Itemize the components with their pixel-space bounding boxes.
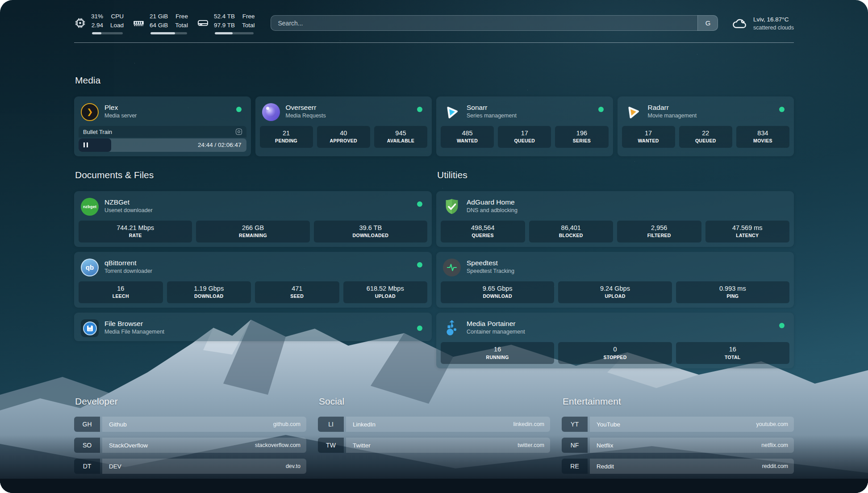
overseerr-status-dot (417, 107, 422, 112)
search-provider-button[interactable]: G (697, 15, 718, 31)
bookmark-github[interactable]: GH Githubgithub.com (74, 417, 306, 432)
bookmarks-entertainment: Entertainment YT YouTubeyoutube.com NF N… (562, 396, 794, 480)
bookmark-stackoverflow[interactable]: SO StackOverflowstackoverflow.com (74, 438, 306, 453)
speedtest-stat-download: 9.65 GbpsDOWNLOAD (441, 281, 554, 303)
linkedin-name: LinkedIn (353, 421, 376, 428)
overseerr-link[interactable]: Overseerr Media Requests (260, 101, 428, 126)
bookmark-twitter[interactable]: TW Twittertwitter.com (318, 438, 550, 453)
portainer-desc: Container management (467, 329, 525, 335)
weather-location-temp: Lviv, 16.87°C (753, 15, 794, 24)
radarr-desc: Movie management (648, 113, 697, 119)
plex-link[interactable]: ❯ Plex Media server (79, 101, 246, 126)
dashboard-frame: 31% 2.94 CPU Load (0, 0, 868, 493)
adguard-stat-blocked: 86,401BLOCKED (529, 221, 613, 242)
netflix-abbr: NF (562, 438, 588, 453)
github-abbr: GH (74, 417, 100, 432)
bookmark-youtube[interactable]: YT YouTubeyoutube.com (562, 417, 794, 432)
documents-section-title: Documents & Files (75, 170, 432, 180)
filebrowser-name: File Browser (104, 320, 164, 328)
weather-widget: Lviv, 16.87°C scattered clouds (731, 15, 794, 32)
stackoverflow-name: StackOverflow (109, 442, 148, 449)
radarr-stat-movies: 834MOVIES (736, 126, 789, 148)
memory-total-label: Total (175, 21, 188, 30)
adguard-card: AdGuard Home DNS and adblocking 498,564Q… (436, 191, 794, 247)
reddit-name: Reddit (597, 463, 614, 470)
sonarr-stat-series: 196SERIES (555, 126, 608, 148)
filebrowser-link[interactable]: File Browser Media File Management (79, 317, 427, 339)
qbittorrent-stat-seed: 471SEED (255, 281, 339, 303)
section-documents: Documents & Files nzbget NZBGet Usenet d… (74, 170, 432, 369)
bookmark-dev[interactable]: DT DEVdev.to (74, 459, 306, 474)
filebrowser-icon (81, 319, 99, 337)
reddit-domain: reddit.com (762, 463, 788, 469)
plex-view-icon[interactable] (236, 129, 242, 135)
qbittorrent-name: qBittorrent (104, 259, 152, 267)
disk-widget: 52.4 TB 97.9 TB Free Total (197, 12, 255, 34)
twitter-name: Twitter (353, 442, 371, 449)
plex-status-dot (236, 107, 242, 112)
adguard-stat-latency: 47.569 msLATENCY (705, 221, 790, 242)
nzbget-link[interactable]: nzbget NZBGet Usenet downloader (79, 196, 427, 221)
overseerr-stat-approved: 40APPROVED (317, 126, 370, 148)
github-domain: github.com (273, 421, 300, 427)
radarr-status-dot (779, 107, 785, 112)
plex-playback-bar: 24:44 / 02:06:47 (79, 138, 246, 152)
dev-name: DEV (109, 463, 121, 470)
sonarr-stat-queued: 17QUEUED (498, 126, 551, 148)
weather-condition: scattered clouds (753, 24, 794, 31)
overseerr-stat-available: 945AVAILABLE (374, 126, 427, 148)
overseerr-desc: Media Requests (286, 113, 326, 119)
adguard-desc: DNS and adblocking (467, 207, 517, 213)
plex-now-playing-row: Bullet Train (79, 126, 246, 138)
media-section-title: Media (75, 75, 794, 86)
portainer-link[interactable]: Media Portainer Container management (441, 317, 789, 342)
radarr-link[interactable]: Radarr Movie management (622, 101, 790, 126)
sonarr-link[interactable]: Sonarr Series management (441, 101, 609, 126)
youtube-abbr: YT (562, 417, 588, 432)
portainer-status-dot (779, 323, 785, 328)
disk-icon (197, 17, 209, 29)
portainer-stat-stopped: 0STOPPED (558, 342, 672, 364)
adguard-link[interactable]: AdGuard Home DNS and adblocking (441, 196, 789, 221)
speedtest-stat-upload: 9.24 GbpsUPLOAD (558, 281, 672, 303)
filebrowser-desc: Media File Management (104, 329, 164, 335)
qbittorrent-status-dot (417, 262, 422, 267)
sonarr-desc: Series management (467, 113, 517, 119)
speedtest-card: Speedtest Speedtest Tracking 9.65 GbpsDO… (436, 252, 794, 308)
speedtest-link[interactable]: Speedtest Speedtest Tracking (441, 256, 789, 281)
cpu-load-label: Load (110, 21, 124, 30)
qbittorrent-link[interactable]: qb qBittorrent Torrent downloader (79, 256, 427, 281)
entertainment-section-title: Entertainment (563, 396, 794, 407)
twitter-domain: twitter.com (517, 442, 544, 448)
bookmark-linkedin[interactable]: LI LinkedInlinkedin.com (318, 417, 550, 432)
speedtest-name: Speedtest (467, 259, 514, 267)
memory-widget: 21 GiB 64 GiB Free Total (133, 12, 188, 34)
bookmarks-developer: Developer GH Githubgithub.com SO StackOv… (74, 396, 306, 480)
memory-progress-bar (150, 32, 187, 34)
filebrowser-status-dot (417, 326, 422, 331)
qbittorrent-stat-leech: 16LEECH (79, 281, 163, 303)
radarr-icon (624, 103, 642, 121)
disk-free-value: 52.4 TB (214, 12, 235, 21)
pause-icon[interactable] (83, 142, 88, 147)
nzbget-stat-remaining: 266 GBREMAINING (196, 221, 309, 242)
bookmark-reddit[interactable]: RE Redditreddit.com (562, 459, 794, 474)
portainer-stat-total: 16TOTAL (676, 342, 789, 364)
bookmark-netflix[interactable]: NF Netflixnetflix.com (562, 438, 794, 453)
plex-now-playing-title: Bullet Train (83, 129, 112, 135)
qbittorrent-icon: qb (81, 259, 99, 276)
nzbget-card: nzbget NZBGet Usenet downloader 744.21 M… (74, 191, 432, 247)
radarr-stat-wanted: 17WANTED (622, 126, 675, 148)
cpu-usage-value: 31% (91, 12, 103, 21)
overseerr-name: Overseerr (286, 104, 326, 112)
cpu-progress-bar (92, 32, 123, 34)
stackoverflow-abbr: SO (74, 438, 100, 453)
cpu-icon (74, 17, 86, 29)
sonarr-icon (443, 103, 461, 121)
plex-name: Plex (104, 104, 137, 112)
radarr-name: Radarr (648, 104, 697, 112)
radarr-card: Radarr Movie management 17WANTED 22QUEUE… (618, 96, 794, 156)
utilities-section-title: Utilities (437, 170, 794, 180)
search-input[interactable] (271, 15, 718, 31)
qbittorrent-card: qb qBittorrent Torrent downloader 16LEEC… (74, 252, 432, 308)
